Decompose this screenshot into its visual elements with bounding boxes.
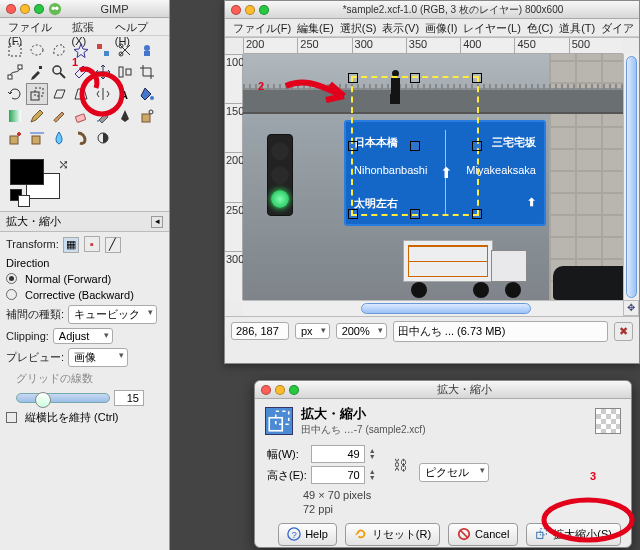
tool-move[interactable]	[92, 61, 114, 83]
grid-lines-value[interactable]: 15	[114, 390, 144, 406]
tool-perspective-clone[interactable]	[26, 127, 48, 149]
tool-shear[interactable]	[48, 83, 70, 105]
minimize-icon[interactable]	[20, 4, 30, 14]
keep-aspect-checkbox[interactable]: 縦横比を維持 (Ctrl)	[6, 410, 163, 425]
tool-foreground-select[interactable]	[136, 39, 158, 61]
tool-scissors[interactable]	[114, 39, 136, 61]
zoom-icon[interactable]	[259, 5, 269, 15]
ruler-tick: 500	[569, 38, 623, 53]
tool-rect-select[interactable]	[4, 39, 26, 61]
menu-file[interactable]: ファイル(F)	[233, 21, 291, 34]
navigation-icon[interactable]: ✥	[623, 300, 639, 316]
tool-paintbrush[interactable]	[48, 105, 70, 127]
horizontal-scrollbar[interactable]	[243, 300, 623, 316]
menu-layer[interactable]: レイヤー(L)	[463, 21, 520, 34]
svg-text:A: A	[120, 89, 128, 101]
preview-combo[interactable]: 画像	[68, 348, 128, 367]
reset-button-label: リセット(R)	[372, 527, 431, 542]
width-spinner[interactable]: ▲▼	[369, 448, 381, 460]
image-titlebar[interactable]: *sample2.xcf-1.0 (RGB, 3 枚のレイヤー) 800x600	[225, 1, 639, 19]
menu-file[interactable]: ファイル(F)	[8, 20, 64, 33]
transform-path-icon[interactable]: ╱	[105, 237, 121, 253]
tool-heal[interactable]	[4, 127, 26, 149]
tool-align[interactable]	[114, 61, 136, 83]
menu-select[interactable]: 選択(S)	[340, 21, 377, 34]
tool-paths[interactable]	[4, 61, 26, 83]
clipping-combo[interactable]: Adjust	[53, 328, 113, 344]
height-spinner[interactable]: ▲▼	[369, 469, 381, 481]
svg-rect-6	[104, 51, 109, 56]
options-menu-icon[interactable]: ◂	[151, 216, 163, 228]
tool-dodge-burn[interactable]	[92, 127, 114, 149]
tool-bucket-fill[interactable]	[136, 83, 158, 105]
tool-fuzzy-select[interactable]	[70, 39, 92, 61]
dialog-titlebar[interactable]: 拡大・縮小	[255, 381, 631, 399]
help-button[interactable]: ? Help	[278, 523, 337, 546]
vertical-ruler[interactable]: 100 150 200 250 300	[225, 54, 243, 300]
menu-help[interactable]: ヘルプ(H)	[115, 20, 161, 33]
close-icon[interactable]	[6, 4, 16, 14]
tool-scale[interactable]	[26, 83, 48, 105]
menu-xtns[interactable]: 拡張(X)	[72, 20, 107, 33]
menu-dialogs[interactable]: ダイア	[601, 21, 634, 34]
tool-crop[interactable]	[136, 61, 158, 83]
close-icon[interactable]	[231, 5, 241, 15]
help-button-label: Help	[305, 528, 328, 540]
tool-eraser[interactable]	[70, 105, 92, 127]
tool-zoom[interactable]	[48, 61, 70, 83]
direction-normal-radio[interactable]: Normal (Forward)	[6, 273, 163, 285]
zoom-icon[interactable]	[289, 385, 299, 395]
close-icon[interactable]	[261, 385, 271, 395]
unit-combo[interactable]: ピクセル	[419, 463, 489, 482]
menu-view[interactable]: 表示(V)	[382, 21, 419, 34]
statusbar: 286, 187 px 200% 田中んち ... (6.73 MB) ✖	[225, 317, 639, 345]
scale-button[interactable]: 拡大縮小(S)	[526, 523, 621, 546]
transform-layer-icon[interactable]: ▦	[63, 237, 79, 253]
cancel-icon[interactable]: ✖	[614, 322, 633, 341]
tool-free-select[interactable]	[48, 39, 70, 61]
toolbox-titlebar[interactable]: GIMP	[0, 0, 169, 18]
height-input[interactable]: 70	[311, 466, 365, 484]
tool-clone[interactable]	[136, 105, 158, 127]
tool-ink[interactable]	[114, 105, 136, 127]
tool-measure[interactable]	[70, 61, 92, 83]
menu-colors[interactable]: 色(C)	[527, 21, 553, 34]
scrollbar-thumb[interactable]	[626, 56, 637, 298]
tool-flip[interactable]	[92, 83, 114, 105]
grid-lines-slider[interactable]	[16, 393, 110, 403]
menu-tools[interactable]: 道具(T)	[559, 21, 595, 34]
interpolation-combo[interactable]: キュービック	[68, 305, 157, 324]
menu-image[interactable]: 画像(I)	[425, 21, 457, 34]
tool-smudge[interactable]	[70, 127, 92, 149]
zoom-icon[interactable]	[34, 4, 44, 14]
unit-combo[interactable]: px	[295, 323, 330, 339]
tool-color-picker[interactable]	[26, 61, 48, 83]
swap-colors-icon[interactable]: ⤭	[58, 157, 69, 172]
cancel-button[interactable]: Cancel	[448, 523, 518, 546]
horizontal-ruler[interactable]: 200 250 300 350 400 450 500	[243, 38, 623, 54]
chain-link-icon[interactable]: ⛓	[393, 457, 407, 473]
tool-blend[interactable]	[4, 105, 26, 127]
coords-display: 286, 187	[231, 322, 289, 340]
fg-color-swatch[interactable]	[10, 159, 44, 185]
tool-airbrush[interactable]	[92, 105, 114, 127]
tool-ellipse-select[interactable]	[26, 39, 48, 61]
tool-pencil[interactable]	[26, 105, 48, 127]
zoom-combo[interactable]: 200%	[336, 323, 387, 339]
vertical-scrollbar[interactable]	[623, 54, 639, 300]
scrollbar-thumb[interactable]	[361, 303, 531, 314]
reset-button[interactable]: リセット(R)	[345, 523, 440, 546]
tool-text[interactable]: A	[114, 83, 136, 105]
image-canvas[interactable]: 日本本橋三宅宅坂 Nihonbanbashi⬆Miyakeaksaka 太明左右…	[243, 54, 623, 300]
minimize-icon[interactable]	[245, 5, 255, 15]
menu-edit[interactable]: 編集(E)	[297, 21, 334, 34]
tool-grid: A	[0, 36, 169, 155]
tool-rotate[interactable]	[4, 83, 26, 105]
transform-selection-icon[interactable]: ▪	[84, 236, 100, 252]
tool-perspective[interactable]	[70, 83, 92, 105]
tool-blur[interactable]	[48, 127, 70, 149]
direction-corrective-radio[interactable]: Corrective (Backward)	[6, 289, 163, 301]
width-input[interactable]: 49	[311, 445, 365, 463]
tool-by-color-select[interactable]	[92, 39, 114, 61]
minimize-icon[interactable]	[275, 385, 285, 395]
